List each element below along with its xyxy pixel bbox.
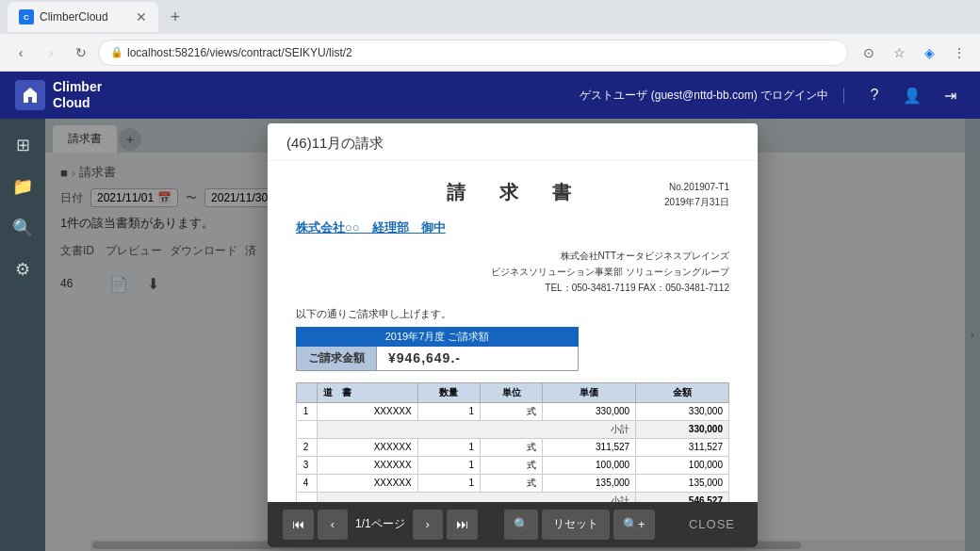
- sidebar-item-folder[interactable]: 📁: [4, 168, 41, 205]
- logo-icon: [15, 80, 45, 110]
- sidebar: ⊞ 📁 🔍 ⚙: [0, 119, 45, 551]
- prev-page-button[interactable]: ‹: [318, 510, 348, 540]
- td-qty: 1: [417, 438, 480, 456]
- th-amount: 金額: [636, 382, 729, 402]
- td-price: 100,000: [543, 456, 636, 474]
- td-price: 311,527: [543, 438, 636, 456]
- main-layout: ⊞ 📁 🔍 ⚙ 請求書 + ■ › 請求書 日付: [0, 119, 980, 551]
- td-no: 4: [297, 474, 318, 492]
- td-price: 135,000: [543, 474, 636, 492]
- td-item: XXXXXX: [318, 402, 418, 420]
- request-note: 以下の通りご請求申し上げます。: [296, 307, 729, 321]
- td-item: XXXXXX: [318, 438, 418, 456]
- sidebar-item-settings[interactable]: ⚙: [4, 251, 41, 288]
- app-logo: Climber Cloud: [15, 79, 102, 111]
- active-tab[interactable]: C ClimberCloud ✕: [8, 2, 158, 32]
- close-button[interactable]: CLOSE: [681, 517, 743, 531]
- doc-sender-block: 株式会社NTTオータビジネスプレインズ ビジネスソリューション事業部 ソリューシ…: [296, 248, 729, 296]
- td-item: 小計: [318, 492, 636, 502]
- sidebar-item-search[interactable]: 🔍: [4, 209, 41, 247]
- menu-icon[interactable]: ⋮: [946, 40, 972, 66]
- modal-footer-nav: ⏮ ‹ 1/1ページ › ⏭: [283, 510, 478, 540]
- td-unit: 式: [481, 456, 543, 474]
- header-icons: ? 👤 ⇥: [859, 80, 965, 110]
- td-item: XXXXXX: [318, 474, 418, 492]
- browser-window: C ClimberCloud ✕ + ‹ › ↻ 🔒 localhost:582…: [0, 0, 980, 72]
- modal-footer: ⏮ ‹ 1/1ページ › ⏭ 🔍 リセット 🔍+ CLOSE: [268, 502, 758, 547]
- td-item: 小計: [318, 420, 636, 438]
- modal: (46)11月の請求 請 求 書 No.201907-: [268, 123, 758, 547]
- td-amount: 330,000: [636, 402, 729, 420]
- td-qty: 1: [417, 456, 480, 474]
- profile-icon[interactable]: ⊙: [856, 40, 882, 66]
- sender-line2: ビジネスソリューション事業部 ソリューショングループ: [296, 264, 729, 280]
- header-right: ゲストユーザ (guest@nttd-bb.com) でログイン中 ? 👤 ⇥: [580, 80, 965, 110]
- td-amount: 330,000: [636, 420, 729, 438]
- next-page-button[interactable]: ›: [413, 510, 443, 540]
- td-price: 330,000: [543, 402, 636, 420]
- first-page-button[interactable]: ⏮: [283, 510, 314, 540]
- app: Climber Cloud ゲストユーザ (guest@nttd-bb.com)…: [0, 72, 980, 551]
- modal-footer-search: 🔍 リセット 🔍+: [504, 510, 655, 540]
- reset-button[interactable]: リセット: [542, 510, 610, 540]
- doc-date: 2019年7月31日: [585, 195, 729, 210]
- td-no: [297, 492, 318, 502]
- th-item: 道 書: [318, 382, 418, 402]
- td-no: 2: [297, 438, 318, 456]
- modal-title: (46)11月の請求: [286, 135, 739, 153]
- bookmark-icon[interactable]: ☆: [886, 40, 912, 66]
- sender-line1: 株式会社NTTオータビジネスプレインズ: [296, 248, 729, 264]
- modal-scroll-area[interactable]: 請 求 書 No.201907-T1 2019年7月31日 株式会社○○ 経理部…: [268, 161, 758, 502]
- td-no: 1: [297, 402, 318, 420]
- td-qty: 1: [417, 402, 480, 420]
- invoice-amount-row: ご請求金額 ¥946,649.-: [296, 347, 579, 371]
- page-info: 1/1ページ: [351, 516, 409, 532]
- sender-line3: TEL：050-3481-7119 FAX：050-3481-7112: [296, 280, 729, 296]
- help-icon-button[interactable]: ?: [859, 80, 890, 110]
- td-qty: 1: [417, 474, 480, 492]
- app-header: Climber Cloud ゲストユーザ (guest@nttd-bb.com)…: [0, 72, 980, 119]
- address-bar[interactable]: 🔒 localhost:58216/views/contract/SEIKYU/…: [98, 40, 848, 66]
- zoom-in-button[interactable]: 🔍+: [613, 510, 655, 540]
- extension-icon[interactable]: ◈: [916, 40, 942, 66]
- td-no: 3: [297, 456, 318, 474]
- td-amount: 311,527: [636, 438, 729, 456]
- new-tab-button[interactable]: +: [162, 4, 188, 30]
- td-unit: 式: [481, 438, 543, 456]
- th-price: 単価: [543, 382, 636, 402]
- address-text: localhost:58216/views/contract/SEIKYU/li…: [127, 46, 352, 59]
- td-no: [297, 420, 318, 438]
- account-icon-button[interactable]: 👤: [897, 80, 927, 110]
- logout-icon-button[interactable]: ⇥: [935, 80, 965, 110]
- doc-number: No.201907-T1: [585, 180, 729, 195]
- td-unit: 式: [481, 402, 543, 420]
- invoice-label: ご請求金額: [297, 347, 377, 370]
- tab-close-icon[interactable]: ✕: [136, 9, 147, 24]
- doc-preview: 請 求 書 No.201907-T1 2019年7月31日 株式会社○○ 経理部…: [268, 161, 758, 502]
- th-no: [297, 382, 318, 402]
- back-button[interactable]: ‹: [8, 40, 34, 66]
- last-page-button[interactable]: ⏭: [447, 510, 478, 540]
- modal-overlay: (46)11月の請求 請 求 書 No.201907-: [45, 119, 980, 551]
- forward-button[interactable]: ›: [38, 40, 64, 66]
- search-button[interactable]: 🔍: [504, 510, 538, 540]
- tab-favicon: C: [19, 9, 34, 24]
- td-unit: 式: [481, 474, 543, 492]
- th-qty: 数量: [417, 382, 480, 402]
- td-amount: 546,527: [636, 492, 729, 502]
- tab-title: ClimberCloud: [40, 10, 108, 24]
- modal-title-bar: (46)11月の請求: [268, 123, 758, 161]
- td-amount: 100,000: [636, 456, 729, 474]
- doc-recipient: 株式会社○○ 経理部 御中: [296, 219, 729, 236]
- tab-bar: C ClimberCloud ✕ +: [0, 0, 980, 34]
- lock-icon: 🔒: [110, 46, 123, 58]
- nav-actions: ⊙ ☆ ◈ ⋮: [856, 40, 972, 66]
- invoice-table: 道 書 数量 単位 単価 金額 1: [296, 382, 729, 502]
- doc-main-title: 請 求 書: [440, 180, 584, 205]
- th-unit: 単位: [481, 382, 543, 402]
- modal-body: 請 求 書 No.201907-T1 2019年7月31日 株式会社○○ 経理部…: [268, 161, 758, 502]
- doc-number-info: No.201907-T1 2019年7月31日: [585, 180, 729, 210]
- user-info: ゲストユーザ (guest@nttd-bb.com) でログイン中: [580, 88, 844, 104]
- reload-button[interactable]: ↻: [68, 40, 94, 66]
- sidebar-item-grid[interactable]: ⊞: [4, 126, 41, 164]
